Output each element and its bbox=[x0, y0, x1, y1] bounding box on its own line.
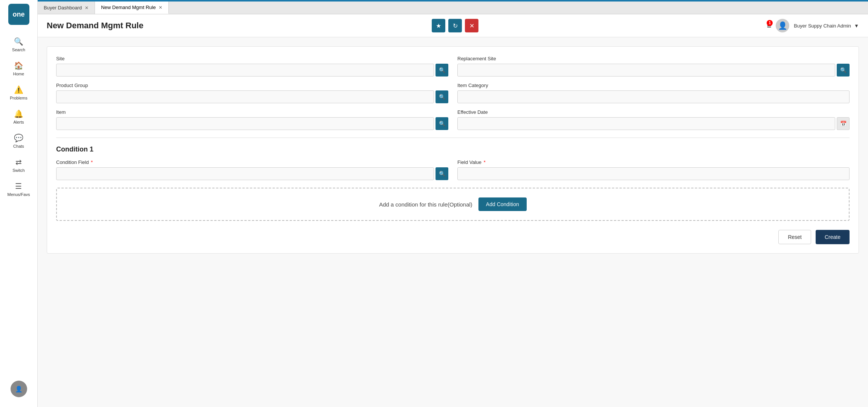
effective-date-input[interactable] bbox=[457, 117, 835, 130]
footer-actions: Reset Create bbox=[56, 230, 850, 244]
hamburger-menu[interactable]: ≡ 1 bbox=[767, 21, 772, 30]
home-icon: 🏠 bbox=[14, 61, 23, 70]
header-actions: ★ ↻ ✕ bbox=[432, 19, 478, 32]
condition-row: Condition Field * 🔍 Field Value bbox=[56, 159, 850, 180]
item-search-icon: 🔍 bbox=[439, 121, 445, 127]
chats-icon: 💬 bbox=[14, 133, 23, 142]
product-group-label: Product Group bbox=[56, 83, 448, 88]
create-button[interactable]: Create bbox=[816, 230, 850, 244]
replacement-site-label: Replacement Site bbox=[457, 56, 850, 61]
close-button[interactable]: ✕ bbox=[465, 19, 478, 32]
item-category-input[interactable] bbox=[457, 90, 850, 103]
sidebar-item-switch[interactable]: ⇄ Switch bbox=[5, 153, 32, 177]
add-condition-text: Add a condition for this rule(Optional) bbox=[379, 201, 472, 208]
form-group-site: Site 🔍 bbox=[56, 56, 448, 77]
condition-field-search-icon: 🔍 bbox=[439, 171, 445, 177]
main-content: Buyer Dashboard ✕ New Demand Mgmt Rule ✕… bbox=[38, 0, 868, 407]
tabs-bar: Buyer Dashboard ✕ New Demand Mgmt Rule ✕ bbox=[38, 2, 868, 14]
replacement-site-search-icon: 🔍 bbox=[840, 67, 847, 73]
condition-field-required: * bbox=[91, 159, 93, 165]
add-condition-box: Add a condition for this rule(Optional) … bbox=[56, 188, 850, 221]
site-input[interactable] bbox=[56, 64, 434, 77]
app-logo[interactable]: one bbox=[8, 4, 29, 25]
field-value-group: Field Value * bbox=[457, 159, 850, 180]
sidebar-item-home[interactable]: 🏠 Home bbox=[5, 57, 32, 81]
content-area: Site 🔍 Replacement Site 🔍 bbox=[38, 37, 868, 407]
notification-badge: 1 bbox=[767, 20, 773, 26]
refresh-button[interactable]: ↻ bbox=[448, 19, 462, 32]
avatar-icon: 👤 bbox=[778, 21, 787, 30]
condition-field-label: Condition Field * bbox=[56, 159, 448, 165]
form-row-site: Site 🔍 Replacement Site 🔍 bbox=[56, 56, 850, 77]
replacement-site-search-button[interactable]: 🔍 bbox=[837, 64, 850, 77]
dropdown-chevron-icon: ▼ bbox=[854, 23, 859, 29]
effective-date-label: Effective Date bbox=[457, 109, 850, 115]
condition-section: Condition 1 Condition Field * 🔍 bbox=[56, 145, 850, 180]
form-divider bbox=[56, 138, 850, 138]
field-value-input[interactable] bbox=[457, 167, 850, 180]
item-input[interactable] bbox=[56, 117, 434, 130]
menus-icon: ☰ bbox=[15, 182, 22, 191]
reset-button[interactable]: Reset bbox=[778, 230, 811, 244]
condition-field-input[interactable] bbox=[56, 167, 434, 180]
user-dropdown[interactable]: Buyer Suppy Chain Admin ▼ bbox=[794, 23, 859, 29]
product-group-input-group: 🔍 bbox=[56, 90, 448, 103]
condition-field-group: Condition Field * 🔍 bbox=[56, 159, 448, 180]
item-category-label: Item Category bbox=[457, 83, 850, 88]
switch-icon: ⇄ bbox=[15, 158, 22, 167]
condition-field-input-group: 🔍 bbox=[56, 167, 448, 180]
replacement-site-input-group: 🔍 bbox=[457, 64, 850, 77]
search-icon: 🔍 bbox=[14, 37, 23, 46]
sidebar-nav: 🔍 Search 🏠 Home ⚠️ Problems 🔔 Alerts 💬 C… bbox=[5, 32, 32, 381]
item-search-button[interactable]: 🔍 bbox=[436, 117, 448, 130]
site-input-group: 🔍 bbox=[56, 64, 448, 77]
site-search-icon: 🔍 bbox=[439, 67, 445, 73]
product-group-search-button[interactable]: 🔍 bbox=[436, 90, 448, 103]
sidebar-item-problems[interactable]: ⚠️ Problems bbox=[5, 81, 32, 105]
sidebar-item-search[interactable]: 🔍 Search bbox=[5, 32, 32, 57]
form-card: Site 🔍 Replacement Site 🔍 bbox=[47, 46, 859, 254]
item-category-input-group bbox=[457, 90, 850, 103]
problems-icon: ⚠️ bbox=[14, 85, 23, 94]
form-group-replacement-site: Replacement Site 🔍 bbox=[457, 56, 850, 77]
header-right: ≡ 1 👤 Buyer Suppy Chain Admin ▼ bbox=[767, 19, 859, 32]
effective-date-input-group: 📅 bbox=[457, 117, 850, 130]
sidebar-bottom: 👤 bbox=[11, 381, 27, 403]
sidebar-user-avatar[interactable]: 👤 bbox=[11, 381, 27, 397]
field-value-label: Field Value * bbox=[457, 159, 850, 165]
field-value-required: * bbox=[484, 159, 486, 165]
tab-new-demand-rule[interactable]: New Demand Mgmt Rule ✕ bbox=[95, 2, 169, 14]
site-search-button[interactable]: 🔍 bbox=[436, 64, 448, 77]
form-group-item-category: Item Category bbox=[457, 83, 850, 103]
item-input-group: 🔍 bbox=[56, 117, 448, 130]
tab-buyer-dashboard[interactable]: Buyer Dashboard ✕ bbox=[38, 2, 95, 14]
page-header: New Demand Mgmt Rule ★ ↻ ✕ ≡ 1 👤 Buyer S… bbox=[38, 14, 868, 37]
close-tab-new-demand-rule[interactable]: ✕ bbox=[159, 5, 162, 10]
form-group-product-group: Product Group 🔍 bbox=[56, 83, 448, 103]
form-row-product-group: Product Group 🔍 Item Category bbox=[56, 83, 850, 103]
form-group-item: Item 🔍 bbox=[56, 109, 448, 130]
site-label: Site bbox=[56, 56, 448, 61]
item-label: Item bbox=[56, 109, 448, 115]
sidebar-item-alerts[interactable]: 🔔 Alerts bbox=[5, 105, 32, 129]
calendar-icon: 📅 bbox=[840, 121, 847, 127]
condition-title: Condition 1 bbox=[56, 145, 850, 153]
user-avatar[interactable]: 👤 bbox=[776, 19, 789, 32]
sidebar-item-chats[interactable]: 💬 Chats bbox=[5, 129, 32, 153]
page-title: New Demand Mgmt Rule bbox=[47, 21, 144, 31]
favorite-button[interactable]: ★ bbox=[432, 19, 445, 32]
sidebar: one 🔍 Search 🏠 Home ⚠️ Problems 🔔 Alerts… bbox=[0, 0, 38, 407]
form-row-item: Item 🔍 Effective Date 📅 bbox=[56, 109, 850, 130]
alerts-icon: 🔔 bbox=[14, 109, 23, 118]
add-condition-button[interactable]: Add Condition bbox=[478, 197, 527, 211]
product-group-input[interactable] bbox=[56, 90, 434, 103]
product-group-search-icon: 🔍 bbox=[439, 94, 445, 100]
sidebar-item-menus[interactable]: ☰ Menus/Favs bbox=[5, 177, 32, 201]
form-group-effective-date: Effective Date 📅 bbox=[457, 109, 850, 130]
user-name: Buyer Suppy Chain Admin bbox=[794, 23, 851, 29]
replacement-site-input[interactable] bbox=[457, 64, 835, 77]
close-tab-buyer-dashboard[interactable]: ✕ bbox=[85, 5, 89, 11]
condition-field-search-button[interactable]: 🔍 bbox=[436, 167, 448, 180]
calendar-button[interactable]: 📅 bbox=[837, 117, 850, 130]
